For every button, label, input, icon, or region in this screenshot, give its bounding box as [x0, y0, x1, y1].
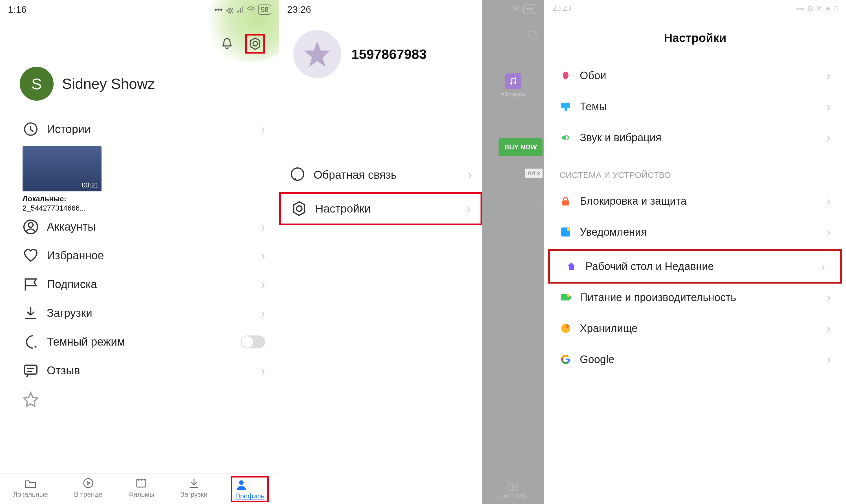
status-bar: ∠J.∠J ••• ⚙ ✕ ★ ▯ [544, 0, 846, 17]
avatar: S [20, 67, 54, 101]
menu-label: Темы [580, 101, 607, 113]
menu-cut[interactable] [0, 385, 279, 408]
clock: 23:26 [287, 4, 311, 15]
menu-label: Обратная связь [314, 168, 397, 181]
mute-icon [225, 6, 233, 14]
star-icon [22, 391, 39, 408]
wifi-icon [247, 6, 255, 14]
svg-point-20 [567, 228, 570, 231]
profile-name: Sidney Showz [62, 75, 155, 92]
signal-icon [236, 6, 244, 14]
playlists-label: ейлисты [482, 91, 544, 98]
chevron-right-icon [261, 364, 265, 378]
more-icon[interactable]: ⋮ [532, 231, 539, 239]
chevron-right-icon [827, 321, 831, 336]
download-icon [188, 478, 200, 489]
settings-themes[interactable]: Темы [544, 91, 846, 122]
menu-label: Хранилище [580, 322, 638, 335]
ad-badge[interactable]: Ad × [525, 168, 543, 178]
menu-label: Питание и производительность [580, 291, 736, 304]
themes-icon [560, 100, 572, 113]
download-icon [22, 305, 39, 321]
bell-icon [220, 37, 234, 51]
menu-dark-mode[interactable]: Темный режим [0, 327, 279, 356]
chevron-right-icon [261, 249, 265, 263]
menu-label: Уведомления [580, 226, 647, 238]
svg-rect-15 [509, 483, 518, 490]
bottom-nav: Локальные В тренде Фильмы Загрузки Профи… [0, 473, 279, 504]
play-rect-icon [508, 482, 519, 492]
settings-storage[interactable]: Хранилище [544, 313, 846, 344]
playlists-tile[interactable]: ейлисты [482, 73, 544, 98]
settings-notifications[interactable]: Уведомления [544, 216, 846, 248]
status-bar: 66 [482, 0, 544, 18]
settings-lock[interactable]: Блокировка и защита [544, 185, 846, 216]
svg-rect-17 [565, 108, 567, 111]
menu-label: Подписка [47, 278, 97, 291]
buy-button[interactable]: BUY NOW [498, 138, 543, 156]
nav-profile[interactable]: Профиль [233, 478, 266, 502]
user-icon [22, 219, 39, 235]
sort-controls[interactable]: ⇅ ▦ [482, 197, 544, 214]
stories-preview[interactable]: 00:21 Локальные: 2_544277314666... [0, 146, 279, 213]
nav-trending[interactable]: В тренде [74, 478, 102, 502]
nav-downloads[interactable]: Загрузки [180, 478, 208, 502]
menu-label: Истории [47, 123, 91, 136]
profile-header[interactable]: S Sidney Showz [0, 64, 279, 104]
menu-favorites[interactable]: Избранное [0, 241, 279, 270]
menu-stories[interactable]: Истории [0, 115, 279, 143]
svg-marker-10 [294, 202, 305, 215]
menu-feedback[interactable]: Обратная связь [279, 160, 482, 190]
play-circle-icon [82, 478, 94, 489]
settings-power[interactable]: Питание и производительность [544, 282, 846, 313]
video-thumbnail[interactable]: 00:21 [22, 146, 102, 192]
menu-label: Обои [580, 70, 606, 82]
nav-label: Смотреть [499, 492, 527, 499]
menu-settings[interactable]: Настройки [279, 192, 482, 225]
settings-sound[interactable]: Звук и вибрация [544, 122, 846, 153]
chevron-right-icon [261, 220, 265, 234]
settings-button[interactable] [245, 34, 265, 54]
menu-label: Отзыв [47, 364, 80, 377]
more-icon[interactable]: ⋮ [532, 273, 539, 282]
account-header[interactable]: 1597867983 [279, 19, 482, 89]
chevron-right-icon [466, 201, 470, 216]
svg-point-13 [510, 82, 512, 85]
sort-icon[interactable]: ⇅ [520, 201, 526, 210]
svg-rect-18 [562, 200, 569, 205]
music-icon [505, 73, 521, 89]
menu-subscription[interactable]: Подписка [0, 270, 279, 299]
status-right: ••• 58 [214, 4, 271, 15]
nav-label: Профиль [235, 492, 265, 500]
nav-watch[interactable]: Смотреть [482, 482, 544, 500]
search-icon[interactable] [527, 30, 540, 43]
dots-icon: ••• [214, 5, 223, 14]
user-id: 1597867983 [351, 47, 427, 62]
screen-profile: 1:16 ••• 58 S Sidney Showz Истории [0, 0, 279, 504]
grid-icon[interactable]: ▦ [534, 201, 541, 210]
menu-downloads[interactable]: Загрузки [0, 299, 279, 327]
settings-google[interactable]: Google [544, 344, 846, 366]
menu-label: Загрузки [47, 307, 92, 319]
list-hint: ст... [487, 231, 500, 239]
google-icon [560, 353, 572, 365]
heart-icon [22, 248, 39, 264]
wallpaper-icon [560, 69, 572, 82]
menu-label: Настройки [315, 202, 371, 215]
settings-home-recent[interactable]: Рабочий стол и Недавние [550, 251, 840, 282]
profile-icon [235, 479, 248, 490]
chevron-right-icon [827, 194, 831, 208]
avatar [293, 30, 341, 78]
settings-wallpaper[interactable]: Обои [544, 60, 846, 91]
chevron-right-icon [827, 290, 831, 304]
nav-label: Локальные [13, 490, 48, 498]
notifications-button[interactable] [217, 34, 237, 54]
dark-mode-toggle[interactable] [241, 336, 265, 348]
nav-label: Загрузки [180, 490, 208, 498]
chevron-right-icon [827, 69, 831, 83]
folder-icon [24, 478, 37, 489]
menu-feedback[interactable]: Отзыв [0, 356, 279, 385]
nav-local[interactable]: Локальные [13, 478, 48, 502]
menu-accounts[interactable]: Аккаунты [0, 213, 279, 241]
nav-movies[interactable]: Фильмы [128, 478, 154, 502]
